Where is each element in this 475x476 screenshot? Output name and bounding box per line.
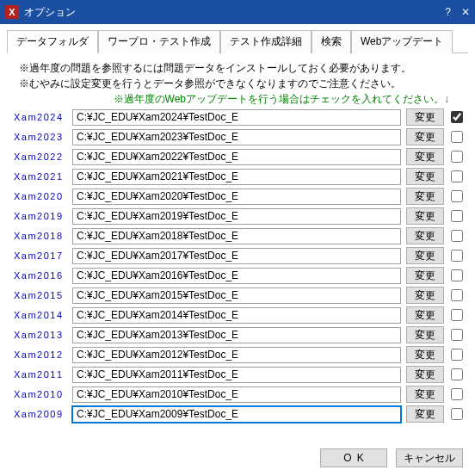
path-input[interactable] <box>72 189 401 205</box>
folder-row: Xam2011変更 <box>12 366 463 383</box>
tab-3[interactable]: 検索 <box>312 30 351 53</box>
help-icon[interactable]: ? <box>445 6 451 18</box>
update-checkbox[interactable] <box>451 170 463 182</box>
tab-4[interactable]: Webアップデート <box>351 30 453 53</box>
tab-0[interactable]: データフォルダ <box>7 30 98 53</box>
change-button[interactable]: 変更 <box>406 148 444 165</box>
year-label: Xam2022 <box>12 151 72 162</box>
folder-row: Xam2021変更 <box>12 168 463 185</box>
folder-row: Xam2013変更 <box>12 326 463 343</box>
update-checkbox[interactable] <box>451 230 463 242</box>
path-input[interactable] <box>72 208 401 225</box>
change-button[interactable]: 変更 <box>406 207 444 225</box>
change-button[interactable]: 変更 <box>406 287 444 304</box>
folder-row: Xam2016変更 <box>12 267 463 284</box>
title-bar: オプション ? ✕ <box>0 0 475 24</box>
dialog-footer: OK キャンセル <box>320 448 463 467</box>
year-label: Xam2023 <box>12 132 72 142</box>
update-checkbox[interactable] <box>451 151 463 163</box>
year-label: Xam2021 <box>12 171 72 182</box>
change-button[interactable]: 変更 <box>406 326 444 343</box>
change-button[interactable]: 変更 <box>406 346 444 363</box>
year-label: Xam2010 <box>12 389 72 399</box>
window-title: オプション <box>24 5 445 20</box>
change-button[interactable]: 変更 <box>406 366 444 383</box>
note-line-1: ※過年度の問題を参照するには問題データをインストールしておく必要があります。 <box>19 60 456 76</box>
update-checkbox[interactable] <box>451 190 463 202</box>
path-input[interactable] <box>72 268 401 284</box>
update-checkbox[interactable] <box>451 250 463 262</box>
note-hint: ※過年度のWebアップデートを行う場合はチェックを入れてください。↓ <box>19 91 456 107</box>
change-button[interactable]: 変更 <box>406 386 444 403</box>
change-button[interactable]: 変更 <box>406 247 444 264</box>
update-checkbox[interactable] <box>451 329 463 341</box>
update-checkbox[interactable] <box>451 309 463 321</box>
tab-strip: データフォルダワープロ・テスト作成テスト作成詳細検索Webアップデート <box>7 29 468 53</box>
folder-row: Xam2009変更 <box>12 405 463 423</box>
change-button[interactable]: 変更 <box>406 405 444 423</box>
folder-row: Xam2010変更 <box>12 386 463 403</box>
folder-row: Xam2012変更 <box>12 346 463 363</box>
folder-row: Xam2018変更 <box>12 227 463 244</box>
change-button[interactable]: 変更 <box>406 306 444 324</box>
path-input[interactable] <box>72 386 401 403</box>
year-label: Xam2017 <box>12 250 72 261</box>
path-input[interactable] <box>72 406 401 423</box>
folder-row: Xam2023変更 <box>12 128 463 145</box>
window-controls: ? ✕ <box>445 6 470 18</box>
path-input[interactable] <box>72 228 401 244</box>
path-input[interactable] <box>72 367 401 383</box>
year-label: Xam2011 <box>12 369 72 380</box>
app-icon <box>5 5 19 19</box>
year-label: Xam2012 <box>12 349 72 360</box>
year-label: Xam2020 <box>12 191 72 201</box>
update-checkbox[interactable] <box>451 210 463 222</box>
year-label: Xam2018 <box>12 231 72 241</box>
folder-row: Xam2019変更 <box>12 207 463 225</box>
update-checkbox[interactable] <box>451 111 463 123</box>
update-checkbox[interactable] <box>451 131 463 143</box>
update-checkbox[interactable] <box>451 289 463 301</box>
year-label: Xam2009 <box>12 409 72 419</box>
tab-1[interactable]: ワープロ・テスト作成 <box>98 30 220 53</box>
folder-row: Xam2024変更 <box>12 108 463 126</box>
change-button[interactable]: 変更 <box>406 188 444 205</box>
year-label: Xam2013 <box>12 330 72 340</box>
change-button[interactable]: 変更 <box>406 267 444 284</box>
path-input[interactable] <box>72 109 401 126</box>
update-checkbox[interactable] <box>451 349 463 361</box>
ok-button[interactable]: OK <box>320 448 387 467</box>
year-label: Xam2016 <box>12 270 72 281</box>
update-checkbox[interactable] <box>451 368 463 380</box>
change-button[interactable]: 変更 <box>406 227 444 244</box>
folder-row: Xam2015変更 <box>12 287 463 304</box>
path-input[interactable] <box>72 347 401 363</box>
close-icon[interactable]: ✕ <box>461 6 470 18</box>
folder-row: Xam2022変更 <box>12 148 463 165</box>
year-label: Xam2024 <box>12 112 72 122</box>
folder-row: Xam2020変更 <box>12 188 463 205</box>
update-checkbox[interactable] <box>451 388 463 400</box>
change-button[interactable]: 変更 <box>406 128 444 145</box>
path-input[interactable] <box>72 149 401 165</box>
path-input[interactable] <box>72 169 401 185</box>
folder-row: Xam2014変更 <box>12 306 463 324</box>
year-label: Xam2014 <box>12 310 72 320</box>
cancel-button[interactable]: キャンセル <box>396 448 463 467</box>
update-checkbox[interactable] <box>451 408 463 420</box>
note-line-2: ※むやみに設定変更を行うとデータ参照ができなくなりますのでご注意ください。 <box>19 76 456 91</box>
path-input[interactable] <box>72 129 401 145</box>
tab-2[interactable]: テスト作成詳細 <box>220 30 312 53</box>
folder-list: Xam2024変更Xam2023変更Xam2022変更Xam2021変更Xam2… <box>0 108 475 423</box>
update-checkbox[interactable] <box>451 269 463 281</box>
notes: ※過年度の問題を参照するには問題データをインストールしておく必要があります。 ※… <box>0 53 475 108</box>
folder-row: Xam2017変更 <box>12 247 463 264</box>
year-label: Xam2015 <box>12 290 72 300</box>
path-input[interactable] <box>72 327 401 343</box>
path-input[interactable] <box>72 287 401 304</box>
change-button[interactable]: 変更 <box>406 168 444 185</box>
change-button[interactable]: 変更 <box>406 108 444 126</box>
path-input[interactable] <box>72 307 401 324</box>
year-label: Xam2019 <box>12 211 72 221</box>
path-input[interactable] <box>72 248 401 264</box>
